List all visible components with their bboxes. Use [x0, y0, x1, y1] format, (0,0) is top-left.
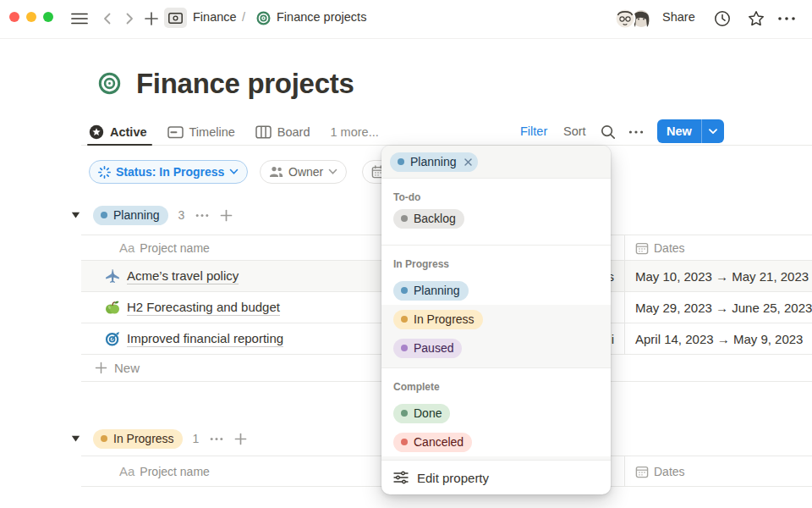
sidebar-menu-icon[interactable] [71, 11, 88, 26]
titlebar: Finance / Finance projects [0, 0, 812, 39]
view-tabs-row: Active Timeline Board 1 more... Filter S… [0, 119, 812, 146]
selected-tag-label: Planning [410, 155, 457, 168]
page-target-icon[interactable] [98, 72, 121, 95]
highlight-band: In Progress Paused [381, 305, 611, 367]
dates-cell[interactable]: April 14, 2023 → May 9, 2023 [624, 323, 812, 354]
dates-cell[interactable]: May 29, 2023 → June 25, 2023 [624, 292, 812, 323]
group-add-icon[interactable] [217, 206, 235, 224]
close-window-button[interactable] [9, 12, 19, 22]
status-filter-dropdown: Planning To-do Backlog In Progress Plann… [381, 146, 611, 494]
green-apple-emoji [105, 300, 120, 315]
target-icon [256, 11, 271, 25]
option-paused[interactable]: Paused [381, 334, 611, 362]
project-link[interactable]: H2 Forecasting and budget [127, 300, 280, 316]
maximize-window-button[interactable] [43, 12, 53, 22]
collapse-triangle-icon[interactable] [71, 212, 80, 218]
section-label-todo: To-do [381, 179, 611, 204]
back-icon[interactable] [101, 11, 114, 26]
collaborator-avatars[interactable] [613, 7, 654, 30]
calendar-icon [635, 465, 649, 478]
project-link[interactable]: Acme’s travel policy [127, 268, 239, 284]
option-label: In Progress [414, 312, 475, 326]
new-button-label: New [657, 119, 701, 143]
section-label-in-progress: In Progress [381, 246, 611, 276]
group-status-tag[interactable]: Planning [93, 206, 168, 225]
view-options-icon[interactable] [628, 130, 644, 135]
tab-label: Active [110, 125, 147, 139]
breadcrumb-separator: / [242, 10, 245, 24]
share-button[interactable]: Share [662, 10, 695, 24]
option-label: Done [414, 406, 442, 420]
dates-column-header[interactable]: Dates [654, 465, 685, 478]
selected-tags-input[interactable]: Planning [381, 146, 611, 179]
owner-filter-chip[interactable]: Owner [260, 160, 347, 184]
filter-button[interactable]: Filter [520, 124, 547, 138]
tab-label: 1 more... [331, 125, 379, 139]
name-column-header[interactable]: Project name [140, 241, 209, 255]
dart-target-emoji [105, 331, 120, 346]
page-title: Finance projects [136, 68, 354, 100]
new-button[interactable]: New [657, 119, 724, 143]
option-label: Backlog [414, 212, 456, 225]
dates-cell[interactable]: May 10, 2023 → May 21, 2023 [624, 261, 812, 291]
group-header-planning: Planning 3 [71, 204, 235, 226]
group-tag-label: Planning [113, 208, 160, 222]
breadcrumb-parent[interactable]: Finance [193, 10, 237, 24]
text-property-icon: Aa [119, 240, 134, 255]
updates-clock-icon[interactable] [713, 9, 732, 28]
remove-tag-icon[interactable] [464, 158, 472, 166]
tab-board-view[interactable]: Board [255, 119, 310, 146]
group-add-icon[interactable] [231, 429, 250, 448]
edit-property-item[interactable]: Edit property [381, 461, 611, 494]
section-label-complete: Complete [381, 368, 611, 399]
option-done[interactable]: Done [381, 399, 611, 428]
project-link[interactable]: Improved financial reporting [127, 331, 283, 347]
tab-more-views[interactable]: 1 more... [331, 119, 379, 146]
group-options-icon[interactable] [207, 429, 226, 448]
tab-timeline-view[interactable]: Timeline [167, 119, 235, 146]
plus-icon [95, 362, 107, 374]
option-planning[interactable]: Planning [381, 276, 611, 305]
tab-active-view[interactable]: Active [89, 119, 147, 146]
forward-icon[interactable] [123, 11, 136, 26]
banknote-icon[interactable] [164, 8, 187, 28]
new-page-icon[interactable] [143, 10, 160, 27]
option-label: Paused [414, 341, 453, 355]
people-icon [269, 166, 283, 178]
group-status-tag[interactable]: In Progress [93, 429, 183, 449]
sort-button[interactable]: Sort [563, 124, 586, 138]
sliders-icon [393, 471, 409, 484]
collapse-triangle-icon[interactable] [71, 435, 80, 442]
group-tag-label: In Progress [113, 432, 174, 445]
dates-column-header[interactable]: Dates [654, 241, 685, 255]
burst-icon [98, 166, 111, 179]
notion-window: Finance / Finance projects [0, 0, 812, 508]
avatar [616, 9, 635, 29]
owner-chip-label: Owner [288, 165, 323, 179]
group-header-in-progress: In Progress 1 [71, 428, 250, 450]
status-filter-chip[interactable]: Status: In Progress [89, 160, 248, 184]
new-row-label: New [114, 361, 140, 375]
tab-label: Timeline [189, 125, 235, 139]
name-column-header[interactable]: Project name [140, 465, 209, 478]
favorite-star-icon[interactable] [747, 9, 765, 28]
minimize-window-button[interactable] [26, 12, 36, 22]
new-dropdown-chevron-icon[interactable] [702, 119, 724, 143]
chevron-down-icon [229, 168, 239, 175]
more-options-icon[interactable] [777, 15, 796, 22]
search-icon[interactable] [600, 124, 617, 141]
group-options-icon[interactable] [193, 206, 211, 224]
calendar-icon [635, 241, 649, 255]
tab-label: Board [277, 125, 310, 139]
breadcrumb-current[interactable]: Finance projects [277, 10, 366, 24]
option-canceled[interactable]: Canceled [381, 428, 611, 456]
star-badge-icon [89, 124, 104, 140]
group-count: 1 [193, 432, 200, 445]
option-in-progress[interactable]: In Progress [381, 305, 611, 334]
option-label: Planning [414, 284, 460, 297]
status-chip-label: Status: In Progress [116, 165, 224, 179]
text-property-icon: Aa [119, 464, 134, 478]
selected-tag-planning[interactable]: Planning [390, 152, 478, 172]
option-backlog[interactable]: Backlog [381, 204, 611, 233]
option-label: Canceled [414, 435, 464, 449]
